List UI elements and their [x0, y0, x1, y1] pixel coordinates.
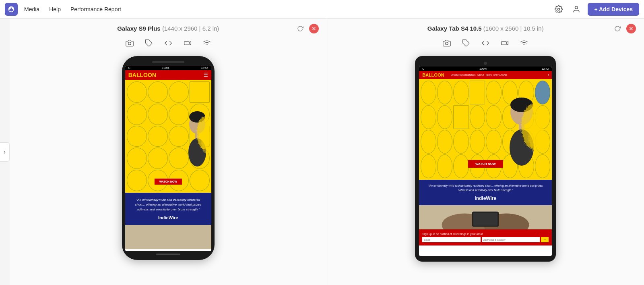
signup-form: →	[422, 237, 549, 242]
svg-point-12	[446, 42, 448, 45]
device-title-phone: Galaxy S9 Plus (1440 x 2960 | 6.2 in)	[117, 25, 219, 32]
nav-links: Media Help Performance Report	[24, 6, 552, 12]
add-devices-label: + Add Devices	[594, 6, 633, 12]
balloon-hero-tablet: WATCH NOW	[419, 79, 552, 180]
phone-screen[interactable]: C 100% 12:42 BALLOON ☰	[125, 66, 211, 251]
video-button-tablet[interactable]	[498, 37, 511, 50]
svg-point-2	[128, 42, 131, 45]
phone-frame: C 100% 12:42 BALLOON ☰	[122, 56, 215, 260]
device-panel-tablet: Galaxy Tab S4 10.5 (1600 x 2560 | 10.5 i…	[327, 19, 644, 285]
close-button-tablet[interactable]: ✕	[626, 24, 636, 33]
signup-submit-button[interactable]: →	[541, 237, 549, 242]
balloon-bottom-phone	[125, 225, 211, 249]
watch-now-btn-phone[interactable]: WATCH NOW	[155, 179, 182, 185]
tag-button-phone[interactable]	[142, 37, 155, 50]
close-icon-tablet: ✕	[629, 25, 634, 32]
nav-performance[interactable]: Performance Report	[70, 6, 121, 12]
signup-email-input[interactable]	[422, 237, 481, 242]
add-devices-button[interactable]: + Add Devices	[588, 3, 639, 16]
close-button-phone[interactable]: ✕	[309, 24, 319, 33]
code-button-phone[interactable]	[162, 37, 175, 50]
tablet-status-bar: C 100% 12:42	[419, 67, 552, 71]
balloon-site-tablet: C 100% 12:42 BALLOON UPCOMING SCREENINGS…	[419, 67, 552, 256]
device-header-actions-phone: ✕	[295, 23, 319, 34]
balloon-signup-tablet: Sign up to be notified of screenings in …	[419, 229, 552, 245]
settings-button[interactable]	[552, 3, 565, 16]
code-button-tablet[interactable]	[479, 37, 492, 50]
device-panel-phone: Galaxy S9 Plus (1440 x 2960 | 6.2 in) ✕	[10, 19, 327, 285]
refresh-button-phone[interactable]	[295, 23, 306, 34]
video-button-phone[interactable]	[181, 37, 194, 50]
screenshot-button-phone[interactable]	[123, 37, 136, 50]
device-header-tablet: Galaxy Tab S4 10.5 (1600 x 2560 | 10.5 i…	[335, 25, 636, 32]
phone-home-bar	[156, 254, 180, 255]
balloon-hero-phone: WATCH NOW	[125, 80, 211, 193]
refresh-button-tablet[interactable]	[612, 23, 623, 34]
nav-help[interactable]: Help	[49, 6, 61, 12]
device-header-actions-tablet: ✕	[612, 23, 636, 34]
device-title-tablet: Galaxy Tab S4 10.5 (1600 x 2560 | 10.5 i…	[427, 25, 544, 32]
phone-status-bar: C 100% 12:42	[125, 66, 211, 70]
svg-rect-26	[473, 213, 497, 226]
phone-notch	[152, 61, 184, 63]
nav-media[interactable]: Media	[24, 6, 39, 12]
tag-button-tablet[interactable]	[460, 37, 473, 50]
svg-point-0	[558, 8, 560, 10]
tablet-camera	[484, 62, 487, 65]
signup-zip-input[interactable]	[482, 237, 540, 242]
balloon-site-phone: C 100% 12:42 BALLOON ☰	[125, 66, 211, 251]
tablet-screen[interactable]: C 100% 12:42 BALLOON UPCOMING SCREENINGS…	[419, 67, 552, 256]
tablet-frame: C 100% 12:42 BALLOON UPCOMING SCREENINGS…	[415, 56, 556, 262]
menu-icon: ☰	[204, 72, 208, 78]
balloon-nav-tablet: BALLOON UPCOMING SCREENINGS ABOUT NEWS C…	[419, 71, 552, 79]
svg-point-11	[200, 128, 210, 152]
watch-now-btn-tablet[interactable]: WATCH NOW	[468, 160, 503, 168]
wifi-button-tablet[interactable]	[518, 37, 530, 50]
device-toolbar-phone	[123, 37, 213, 50]
navbar: Media Help Performance Report + Add Devi…	[0, 0, 644, 19]
app-logo[interactable]	[5, 3, 18, 16]
svg-rect-4	[184, 42, 189, 45]
profile-button[interactable]	[570, 3, 583, 16]
nav-actions: + Add Devices	[552, 3, 639, 16]
facebook-icon: f	[548, 73, 549, 77]
chevron-right-icon: ›	[4, 148, 6, 156]
svg-point-1	[575, 6, 578, 9]
sidebar-toggle[interactable]: ›	[0, 142, 10, 162]
main-content: › Galaxy S9 Plus (1440 x 2960 | 6.2 in) …	[0, 19, 644, 285]
balloon-quote-phone: "An emotionally vivid and delicately ren…	[125, 193, 211, 225]
screenshot-button-tablet[interactable]	[440, 37, 453, 50]
wifi-button-phone[interactable]	[200, 37, 213, 50]
device-header-phone: Galaxy S9 Plus (1440 x 2960 | 6.2 in) ✕	[18, 25, 319, 32]
close-icon: ✕	[312, 25, 316, 32]
balloon-bottom-tablet	[419, 205, 552, 229]
devices-container: Galaxy S9 Plus (1440 x 2960 | 6.2 in) ✕	[0, 19, 644, 285]
balloon-nav-links: UPCOMING SCREENINGS ABOUT NEWS CAST & TE…	[451, 74, 507, 76]
balloon-quote-tablet: "An emotionally vivid and delicately ren…	[419, 180, 552, 205]
svg-rect-14	[502, 42, 507, 45]
balloon-nav-phone: BALLOON ☰	[125, 70, 211, 80]
device-toolbar-tablet	[440, 37, 530, 50]
svg-point-21	[528, 119, 544, 152]
